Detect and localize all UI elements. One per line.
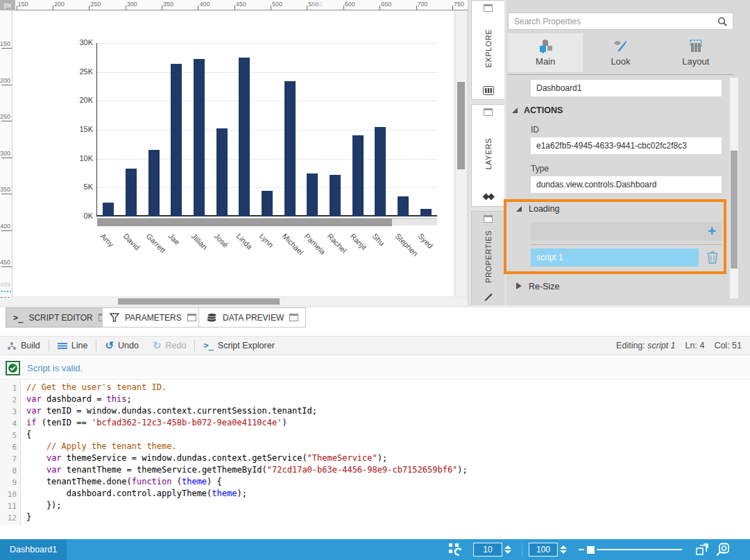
zoom-percent-input[interactable]: 100 [529,543,558,557]
trash-icon[interactable] [706,251,719,264]
line-number: 6 [12,443,17,452]
terminal-icon: >_ [13,313,23,323]
line-number: 10 [8,490,17,499]
ruler-label: 250 [0,113,10,120]
valid-check-icon [6,361,20,375]
pencil-icon [482,291,495,302]
gridline [97,101,437,101]
x-axis-tick-label: Stephen [394,232,420,257]
ruler-unit-label: px [0,0,15,10]
zoom-fit-icon[interactable] [715,543,730,557]
validity-message: Script is valid. [27,363,83,373]
bar-jae [171,64,182,217]
plus-icon[interactable]: + [708,223,716,239]
id-value-field[interactable]: e1a62fb5-4945-4633-9441-cbc02fc2f8c3 [531,137,722,154]
x-axis-tick-label: Pamela [303,232,327,256]
y-axis-tick-label: 5K [68,183,93,191]
ruler-tick [198,6,198,10]
ruler-label: 650 [381,1,391,8]
code-line: var dashboard = this; [26,394,132,404]
snap-grid-icon[interactable] [448,542,466,557]
loading-section-header[interactable]: Loading [516,204,560,214]
ptab-look[interactable]: Look [583,33,658,72]
undock-window-icon[interactable] [289,314,298,321]
x-axis-tick-label: Ranjit [348,232,368,251]
gridline [97,43,437,44]
editor-dock: >_ SCRIPT EDITOR PARAMETERS DATA PREVIEW [0,305,750,539]
collapse-triangle-icon[interactable] [512,108,518,113]
ruler-tick [307,6,307,10]
maximize-icon[interactable] [695,543,709,557]
tab-properties[interactable]: PROPERTIES [471,211,504,305]
x-axis-tick-label: Syed [416,232,434,250]
y-axis-tick-label: 30K [68,38,93,46]
line-button[interactable]: Line [51,337,95,355]
zoom-slider-track[interactable] [597,549,682,550]
layers-icon [482,192,495,203]
ptab-layout[interactable]: Layout [658,33,733,72]
gridline [97,130,437,130]
undock-window-icon[interactable] [187,314,196,321]
properties-scroll-thumb[interactable] [731,151,738,269]
zoom-out-tick[interactable] [579,549,584,550]
tab-data-preview-label: DATA PREVIEW [223,313,284,323]
dashboard-artboard[interactable]: 0K5K10K15K20K25K30K AmyDavidGarrettJaeJi… [12,10,455,296]
tab-layers[interactable]: LAYERS [471,104,504,207]
build-icon [7,341,17,350]
ruler-label: 150 [18,1,28,8]
line-number: 8 [12,466,17,475]
tab-parameters[interactable]: PARAMETERS [102,307,204,328]
resize-section-header[interactable]: Re-Size [516,282,559,291]
search-input[interactable] [509,17,717,26]
undock-window-icon[interactable] [484,108,493,116]
search-icon[interactable] [717,17,733,26]
undo-button[interactable]: ↺ Undo [98,337,145,355]
tab-data-preview[interactable]: DATA PREVIEW [198,307,306,328]
code-line: if (tenID == 'bcfad362-12c3-458b-b072-9e… [26,418,287,427]
divider [194,340,195,351]
tab-explore[interactable]: EXPLORE [471,0,504,100]
loading-script-item[interactable]: script 1 [531,248,699,266]
type-value-field[interactable]: dundas.view.controls.Dashboard [531,176,722,193]
property-search[interactable] [508,12,733,30]
ruler-tick [126,6,126,10]
undock-window-icon[interactable] [484,215,493,223]
properties-scrollbar[interactable] [730,78,738,298]
ruler-label: 350 [0,186,10,193]
build-button[interactable]: Build [0,337,47,355]
ptab-main[interactable]: Main [508,33,583,72]
actions-section-header[interactable]: ACTIONS [512,105,563,115]
tab-script-editor[interactable]: >_ SCRIPT EDITOR [6,307,115,328]
bar-ranjit [352,135,364,217]
script-explorer-button[interactable]: >_ Script Explorer [196,337,281,355]
ruler-tick [452,6,453,10]
property-category-tabs: Main Look Layout [508,33,733,72]
ruler-label: 350 [163,1,173,8]
bar-chart[interactable]: 0K5K10K15K20K25K30K AmyDavidGarrettJaeJi… [97,43,437,217]
zoom-slider-thumb[interactable] [587,546,595,554]
undock-window-icon[interactable] [484,4,493,12]
canvas-vertical-scrollbar[interactable] [457,10,466,296]
element-name-field[interactable]: Dashboard1 [531,80,722,96]
loading-add-row[interactable]: + [531,222,722,241]
bar-syed [420,209,432,217]
code-editor[interactable]: 123456789101112 // Get the user's tenant… [0,380,750,525]
collapse-triangle-icon[interactable] [516,206,522,212]
bar-lynn [262,191,273,217]
canvas-horizontal-scrollbar[interactable] [0,298,468,305]
x-axis-tick-label: Jae [167,232,182,246]
canvas-hscroll-thumb[interactable] [118,298,280,305]
redo-button[interactable]: ↻ Redo [146,337,193,355]
expand-triangle-icon[interactable] [516,282,522,289]
chart-axis-scrollbar[interactable] [97,218,437,226]
line-number: 7 [12,455,17,464]
chart-axis-scrollbar-thumb[interactable] [97,219,392,226]
snap-size-input[interactable]: 10 [473,543,502,557]
active-view-name[interactable]: Dashboard1 [0,539,67,560]
ruler-tick [416,6,417,10]
canvas-vscroll-thumb[interactable] [457,82,465,169]
bar-amy [103,203,114,217]
x-axis-tick-label: José [212,232,230,249]
snap-size-stepper[interactable] [504,544,511,555]
zoom-stepper[interactable] [560,544,567,555]
